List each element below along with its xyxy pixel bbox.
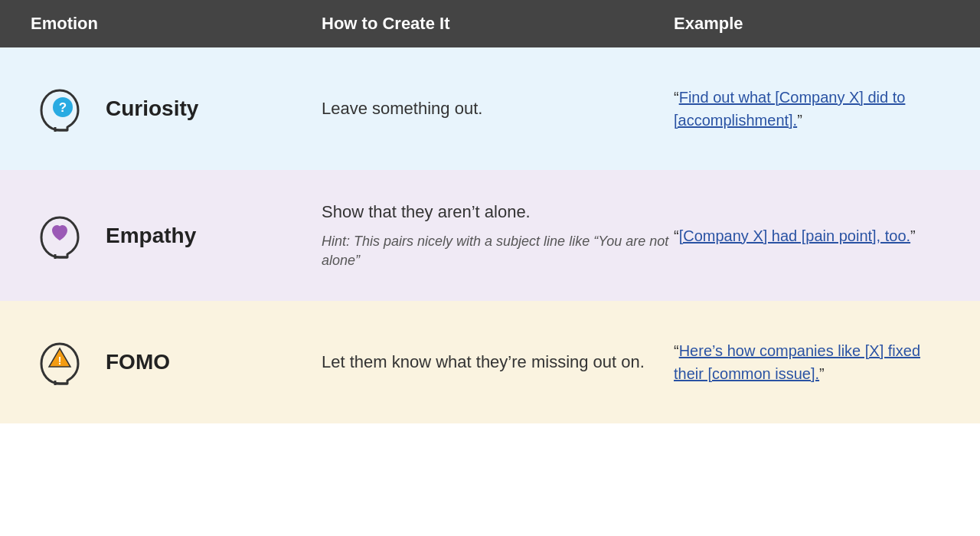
svg-text:?: ? (59, 100, 67, 115)
row-fomo: ! FOMO Let them know what they’re missin… (0, 301, 980, 423)
header-howto: How to Create It (322, 14, 674, 34)
emotion-cell-fomo: ! FOMO (31, 332, 322, 393)
svg-text:!: ! (58, 355, 62, 367)
curiosity-icon: ? (31, 78, 92, 139)
fomo-icon: ! (31, 332, 92, 393)
header-example: Example (674, 14, 949, 34)
table-header: Emotion How to Create It Example (0, 0, 980, 47)
emotion-cell-curiosity: ? Curiosity (31, 78, 322, 139)
emotion-label-fomo: FOMO (106, 350, 170, 374)
howto-fomo: Let them know what they’re missing out o… (322, 351, 674, 374)
emotion-table: Emotion How to Create It Example ? Curio… (0, 0, 980, 423)
emotion-label-curiosity: Curiosity (106, 96, 198, 121)
row-empathy: Empathy Show that they aren’t alone. Hin… (0, 170, 980, 301)
example-link-curiosity[interactable]: Find out what [Company X] did to [accomp… (674, 89, 905, 129)
howto-curiosity: Leave something out. (322, 97, 674, 121)
example-curiosity: “Find out what [Company X] did to [accom… (674, 86, 949, 132)
example-empathy: “[Company X] had [pain point], too.” (674, 224, 949, 247)
header-emotion: Emotion (31, 14, 322, 34)
row-curiosity: ? Curiosity Leave something out. “Find o… (0, 47, 980, 170)
example-link-fomo[interactable]: Here’s how companies like [X] fixed thei… (674, 342, 920, 382)
emotion-label-empathy: Empathy (106, 224, 196, 248)
example-link-empathy[interactable]: [Company X] had [pain point], too. (679, 227, 910, 244)
howto-empathy: Show that they aren’t alone. Hint: This … (322, 201, 674, 270)
example-fomo: “Here’s how companies like [X] fixed the… (674, 339, 949, 385)
emotion-cell-empathy: Empathy (31, 205, 322, 266)
empathy-icon (31, 205, 92, 266)
